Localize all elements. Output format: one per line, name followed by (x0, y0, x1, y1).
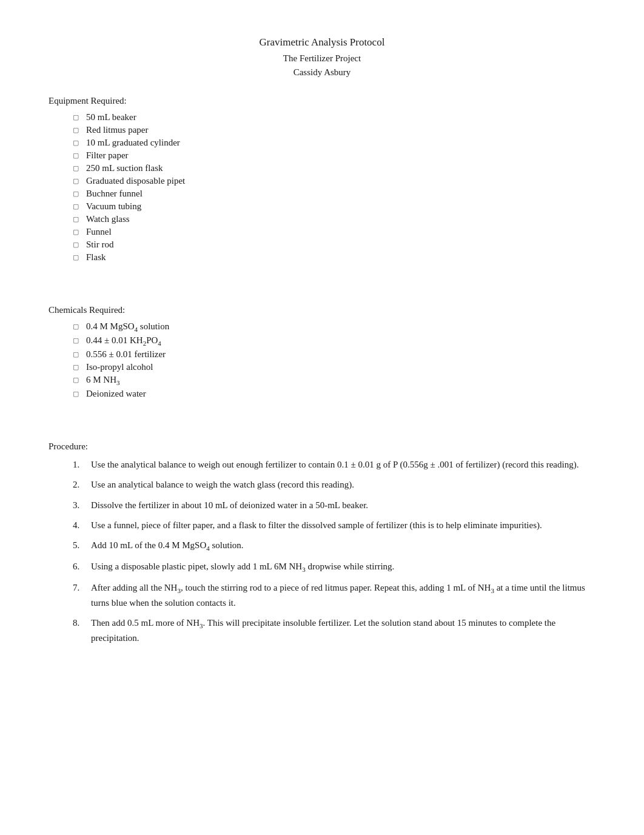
step-text: After adding all the NH3, touch the stir… (91, 581, 595, 610)
step-number: 4. (73, 518, 85, 532)
chemical-item-6: Deionized water (86, 389, 146, 399)
equipment-item-4: Filter paper (86, 150, 129, 161)
list-item: Buchner funnel (73, 189, 595, 199)
equipment-item-3: 10 mL graduated cylinder (86, 138, 180, 148)
step-text: Dissolve the fertilizer in about 10 mL o… (91, 498, 368, 512)
procedure-step-2: 2. Use an analytical balance to weigh th… (73, 478, 595, 492)
list-item: Red litmus paper (73, 125, 595, 135)
equipment-label: Equipment Required: (49, 96, 595, 106)
equipment-list: 50 mL beaker Red litmus paper 10 mL grad… (49, 112, 595, 263)
equipment-item-2: Red litmus paper (86, 125, 148, 135)
step-number: 6. (73, 560, 85, 575)
equipment-item-5: 250 mL suction flask (86, 163, 163, 173)
step-text: Add 10 mL of the 0.4 M MgSO4 solution. (91, 538, 244, 554)
chemicals-list: 0.4 M MgSO4 solution 0.44 ± 0.01 KH2PO4 … (49, 321, 595, 399)
equipment-item-10: Funnel (86, 227, 112, 237)
list-item: Filter paper (73, 150, 595, 161)
list-item: 250 mL suction flask (73, 163, 595, 173)
chemicals-section: Chemicals Required: 0.4 M MgSO4 solution… (49, 305, 595, 399)
step-text: Use a funnel, piece of filter paper, and… (91, 518, 542, 532)
equipment-item-11: Stir rod (86, 240, 113, 250)
equipment-item-6: Graduated disposable pipet (86, 176, 185, 186)
list-item: 0.556 ± 0.01 fertilizer (73, 349, 595, 360)
list-item: Funnel (73, 227, 595, 237)
equipment-item-9: Watch glass (86, 214, 130, 224)
step-number: 7. (73, 581, 85, 610)
procedure-list: 1. Use the analytical balance to weigh o… (49, 458, 595, 646)
list-item: Watch glass (73, 214, 595, 224)
list-item: Vacuum tubing (73, 201, 595, 212)
step-number: 5. (73, 538, 85, 554)
equipment-item-8: Vacuum tubing (86, 201, 141, 212)
list-item: Stir rod (73, 240, 595, 250)
equipment-item-12: Flask (86, 252, 106, 263)
list-item: Deionized water (73, 389, 595, 399)
chemical-item-5: 6 M NH3 (86, 375, 120, 386)
step-text: Using a disposable plastic pipet, slowly… (91, 560, 394, 575)
list-item: 6 M NH3 (73, 375, 595, 386)
equipment-item-7: Buchner funnel (86, 189, 143, 199)
procedure-step-6: 6. Using a disposable plastic pipet, slo… (73, 560, 595, 575)
chemicals-label: Chemicals Required: (49, 305, 595, 315)
list-item: Graduated disposable pipet (73, 176, 595, 186)
step-number: 8. (73, 616, 85, 645)
procedure-step-7: 7. After adding all the NH3, touch the s… (73, 581, 595, 610)
step-text: Then add 0.5 mL more of NH3. This will p… (91, 616, 595, 645)
procedure-step-8: 8. Then add 0.5 mL more of NH3. This wil… (73, 616, 595, 645)
procedure-label: Procedure: (49, 441, 595, 452)
step-text: Use the analytical balance to weigh out … (91, 458, 579, 472)
list-item: Flask (73, 252, 595, 263)
step-number: 2. (73, 478, 85, 492)
chemical-item-4: Iso-propyl alcohol (86, 362, 153, 372)
chemical-item-2: 0.44 ± 0.01 KH2PO4 (86, 335, 161, 347)
procedure-step-4: 4. Use a funnel, piece of filter paper, … (73, 518, 595, 532)
list-item: 10 mL graduated cylinder (73, 138, 595, 148)
step-text: Use an analytical balance to weigh the w… (91, 478, 354, 492)
document-title: Gravimetric Analysis Protocol (49, 36, 595, 49)
list-item: Iso-propyl alcohol (73, 362, 595, 372)
procedure-section: Procedure: 1. Use the analytical balance… (49, 441, 595, 646)
step-number: 1. (73, 458, 85, 472)
list-item: 0.4 M MgSO4 solution (73, 321, 595, 333)
procedure-step-1: 1. Use the analytical balance to weigh o… (73, 458, 595, 472)
document-header: Gravimetric Analysis Protocol The Fertil… (49, 36, 595, 78)
chemical-item-1: 0.4 M MgSO4 solution (86, 321, 169, 333)
procedure-step-3: 3. Dissolve the fertilizer in about 10 m… (73, 498, 595, 512)
list-item: 50 mL beaker (73, 112, 595, 122)
equipment-section: Equipment Required: 50 mL beaker Red lit… (49, 96, 595, 263)
list-item: 0.44 ± 0.01 KH2PO4 (73, 335, 595, 347)
procedure-step-5: 5. Add 10 mL of the 0.4 M MgSO4 solution… (73, 538, 595, 554)
step-number: 3. (73, 498, 85, 512)
equipment-item-1: 50 mL beaker (86, 112, 136, 122)
chemical-item-3: 0.556 ± 0.01 fertilizer (86, 349, 166, 360)
document-subtitle: The Fertilizer Project (49, 53, 595, 64)
document-author: Cassidy Asbury (49, 67, 595, 78)
